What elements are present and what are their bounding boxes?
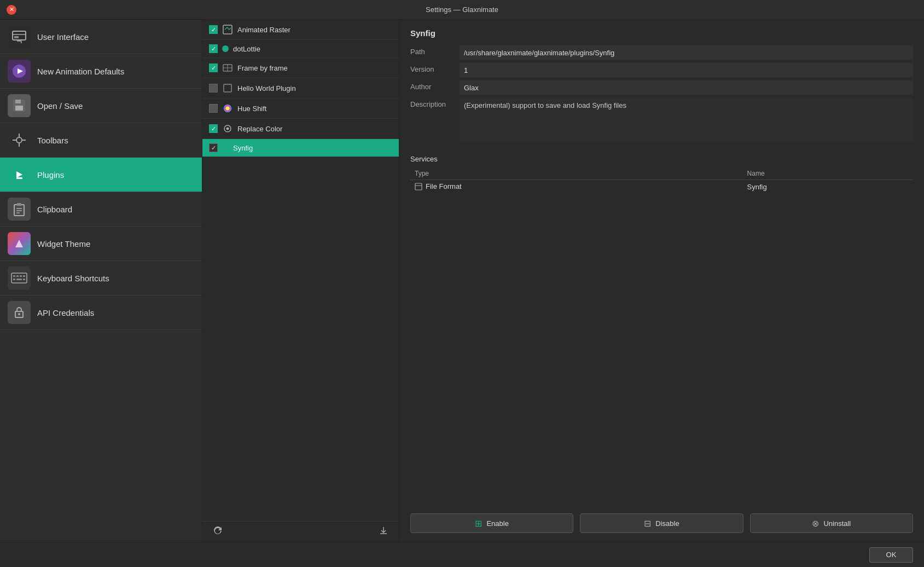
plugin-checkbox-replace-color[interactable]: ✓ bbox=[209, 124, 218, 133]
services-table: Type Name File Format Synfig bbox=[410, 167, 913, 194]
svg-point-30 bbox=[18, 313, 20, 315]
sidebar-item-open-save-label: Open / Save bbox=[37, 101, 83, 111]
svg-rect-25 bbox=[23, 275, 25, 277]
service-name-cell: Synfig bbox=[743, 180, 913, 194]
plugin-icon-frame-by-frame bbox=[222, 62, 233, 73]
svg-rect-27 bbox=[16, 279, 22, 280]
plugin-item-hue-shift[interactable]: Hue Shift bbox=[202, 99, 399, 119]
window-footer: OK bbox=[0, 542, 924, 567]
sidebar-item-new-animation-defaults-label: New Animation Defaults bbox=[37, 67, 124, 76]
user-interface-icon bbox=[8, 25, 31, 48]
path-row: Path /usr/share/glaxnimate/glaxnimate/pl… bbox=[410, 45, 913, 61]
svg-rect-26 bbox=[13, 279, 15, 280]
plugin-item-synfig[interactable]: ✓ Synfig bbox=[202, 139, 399, 157]
disable-icon: ⊟ bbox=[644, 518, 651, 529]
sidebar-item-keyboard-shortcuts-label: Keyboard Shortcuts bbox=[37, 274, 109, 283]
svg-rect-23 bbox=[16, 275, 19, 277]
plugin-item-replace-color[interactable]: ✓ Replace Color bbox=[202, 119, 399, 139]
plugin-frame-by-frame-label: Frame by frame bbox=[237, 64, 288, 72]
uninstall-label: Uninstall bbox=[823, 519, 851, 528]
plugin-list-toolbar bbox=[202, 521, 399, 542]
main-content: User Interface New Animation Defaults Op… bbox=[0, 20, 924, 542]
title-bar: ✕ Settings — Glaxnimate bbox=[0, 0, 924, 20]
open-save-icon bbox=[8, 94, 31, 117]
sidebar-item-plugins[interactable]: Plugins bbox=[0, 158, 202, 192]
sidebar-item-api-credentials[interactable]: API Credentials bbox=[0, 296, 202, 330]
plugin-item-animated-raster[interactable]: ✓ Animated Raster bbox=[202, 20, 399, 40]
service-type-cell: File Format bbox=[410, 180, 743, 194]
svg-rect-15 bbox=[16, 177, 22, 179]
plugin-icon-hue-shift bbox=[222, 103, 233, 114]
svg-rect-21 bbox=[11, 273, 27, 283]
author-value: Glax bbox=[460, 80, 913, 95]
sidebar-item-clipboard-label: Clipboard bbox=[37, 205, 72, 214]
svg-rect-28 bbox=[23, 279, 25, 280]
plugin-dot-synfig bbox=[222, 144, 229, 151]
api-credentials-icon bbox=[8, 301, 31, 324]
plugin-item-hello-world[interactable]: Hello World Plugin bbox=[202, 78, 399, 99]
plugin-dotlottie-label: dotLottie bbox=[233, 45, 260, 53]
clipboard-icon bbox=[8, 198, 31, 221]
plugin-checkbox-animated-raster[interactable]: ✓ bbox=[209, 25, 218, 34]
plugin-detail-title: Synfig bbox=[410, 28, 913, 38]
svg-rect-17 bbox=[17, 203, 21, 206]
sidebar-item-toolbars-label: Toolbars bbox=[37, 136, 68, 145]
plugin-item-frame-by-frame[interactable]: ✓ Frame by frame bbox=[202, 58, 399, 78]
disable-button[interactable]: ⊟ Disable bbox=[580, 513, 743, 533]
services-title: Services bbox=[410, 155, 913, 163]
svg-rect-0 bbox=[13, 31, 26, 40]
sidebar-item-keyboard-shortcuts[interactable]: Keyboard Shortcuts bbox=[0, 261, 202, 296]
refresh-button[interactable] bbox=[209, 524, 226, 540]
plugin-synfig-label: Synfig bbox=[233, 144, 253, 152]
sidebar-item-widget-theme[interactable]: Widget Theme bbox=[0, 227, 202, 261]
new-animation-defaults-icon bbox=[8, 60, 31, 83]
plugin-list: ✓ Animated Raster ✓ dotLottie ✓ Frame by… bbox=[202, 20, 399, 521]
sidebar-item-toolbars[interactable]: Toolbars bbox=[0, 123, 202, 158]
path-value: /usr/share/glaxnimate/glaxnimate/plugins… bbox=[460, 45, 913, 60]
plugin-hue-shift-label: Hue Shift bbox=[237, 105, 266, 113]
sidebar-item-plugins-label: Plugins bbox=[37, 170, 64, 180]
uninstall-button[interactable]: ⊗ Uninstall bbox=[750, 513, 913, 533]
toolbars-icon bbox=[8, 129, 31, 152]
plugin-replace-color-label: Replace Color bbox=[237, 125, 282, 133]
plugin-checkbox-frame-by-frame[interactable]: ✓ bbox=[209, 63, 218, 72]
uninstall-icon: ⊗ bbox=[812, 518, 819, 529]
svg-rect-35 bbox=[224, 84, 231, 92]
svg-rect-22 bbox=[13, 275, 15, 277]
sidebar: User Interface New Animation Defaults Op… bbox=[0, 20, 202, 542]
close-button[interactable]: ✕ bbox=[7, 5, 16, 15]
version-row: Version 1 bbox=[410, 63, 913, 78]
svg-rect-24 bbox=[20, 275, 22, 277]
widget-theme-icon bbox=[8, 232, 31, 255]
file-format-icon: File Format bbox=[415, 182, 462, 190]
sidebar-item-new-animation-defaults[interactable]: New Animation Defaults bbox=[0, 54, 202, 89]
keyboard-shortcuts-icon bbox=[8, 267, 31, 290]
plugin-icon-hello-world bbox=[222, 83, 233, 94]
svg-rect-2 bbox=[14, 36, 19, 38]
version-value: 1 bbox=[460, 63, 913, 77]
path-label: Path bbox=[410, 45, 460, 56]
sidebar-item-user-interface[interactable]: User Interface bbox=[0, 20, 202, 54]
sidebar-item-clipboard[interactable]: Clipboard bbox=[0, 192, 202, 227]
description-row: Description (Experimental) support to sa… bbox=[410, 98, 913, 142]
plugin-checkbox-hello-world[interactable] bbox=[209, 84, 218, 92]
plugin-list-panel: ✓ Animated Raster ✓ dotLottie ✓ Frame by… bbox=[202, 20, 399, 542]
detail-actions: ⊞ Enable ⊟ Disable ⊗ Uninstall bbox=[410, 505, 913, 533]
author-label: Author bbox=[410, 80, 460, 91]
ok-button[interactable]: OK bbox=[869, 547, 913, 563]
description-label: Description bbox=[410, 98, 460, 108]
install-button[interactable] bbox=[375, 524, 392, 540]
disable-label: Disable bbox=[655, 519, 679, 528]
plugin-item-dotlottie[interactable]: ✓ dotLottie bbox=[202, 40, 399, 58]
sidebar-item-user-interface-label: User Interface bbox=[37, 32, 89, 42]
plugin-icon-animated-raster bbox=[222, 24, 233, 35]
plugin-checkbox-dotlottie[interactable]: ✓ bbox=[209, 44, 218, 53]
sidebar-item-open-save[interactable]: Open / Save bbox=[0, 89, 202, 123]
plugin-checkbox-hue-shift[interactable] bbox=[209, 104, 218, 113]
enable-button[interactable]: ⊞ Enable bbox=[410, 513, 573, 533]
plugin-checkbox-synfig[interactable]: ✓ bbox=[209, 143, 218, 152]
description-value: (Experimental) support to save and load … bbox=[460, 98, 913, 142]
plugin-hello-world-label: Hello World Plugin bbox=[237, 84, 296, 92]
plugin-dot-dotlottie bbox=[222, 45, 229, 52]
svg-rect-31 bbox=[223, 25, 232, 34]
